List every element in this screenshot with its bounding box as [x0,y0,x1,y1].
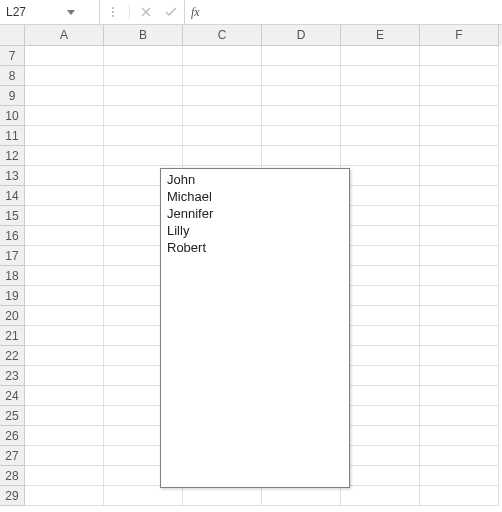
cell[interactable] [420,486,499,506]
row-header[interactable]: 26 [0,426,25,446]
list-item[interactable]: Robert [165,239,345,256]
cell[interactable] [420,86,499,106]
cell[interactable] [104,66,183,86]
cell[interactable] [262,106,341,126]
cell[interactable] [262,126,341,146]
cell[interactable] [25,46,104,66]
cell[interactable] [183,146,262,166]
row-header[interactable]: 24 [0,386,25,406]
cell[interactable] [341,66,420,86]
cell[interactable] [104,146,183,166]
name-box-dropdown-icon[interactable] [50,7,94,17]
cell[interactable] [420,426,499,446]
row-header[interactable]: 23 [0,366,25,386]
cell[interactable] [341,406,420,426]
cell[interactable] [341,126,420,146]
select-all-corner[interactable] [0,25,25,46]
cell[interactable] [25,126,104,146]
formula-input[interactable] [213,0,502,24]
cell[interactable] [25,266,104,286]
cell[interactable] [25,106,104,126]
cell[interactable] [25,306,104,326]
cell[interactable] [420,306,499,326]
cell[interactable] [25,206,104,226]
cell[interactable] [104,126,183,146]
row-header[interactable]: 9 [0,86,25,106]
cell[interactable] [420,126,499,146]
cell[interactable] [25,66,104,86]
cell[interactable] [341,246,420,266]
cell[interactable] [341,426,420,446]
row-header[interactable]: 14 [0,186,25,206]
row-header[interactable]: 8 [0,66,25,86]
cell[interactable] [420,386,499,406]
row-header[interactable]: 22 [0,346,25,366]
cell[interactable] [25,166,104,186]
row-header[interactable]: 17 [0,246,25,266]
cell[interactable] [104,486,183,506]
cell[interactable] [420,226,499,246]
cell[interactable] [25,406,104,426]
cell[interactable] [183,106,262,126]
cell[interactable] [420,186,499,206]
row-header[interactable]: 7 [0,46,25,66]
row-header[interactable]: 12 [0,146,25,166]
cell[interactable] [25,446,104,466]
list-item[interactable]: Lilly [165,222,345,239]
cell[interactable] [420,106,499,126]
cell[interactable] [341,306,420,326]
cell[interactable] [341,446,420,466]
cell[interactable] [341,466,420,486]
col-header[interactable]: E [341,25,420,46]
cell[interactable] [420,286,499,306]
cell[interactable] [262,146,341,166]
cell[interactable] [25,366,104,386]
cell[interactable] [104,86,183,106]
more-icon[interactable] [104,3,122,21]
cell[interactable] [25,386,104,406]
col-header[interactable]: B [104,25,183,46]
cell[interactable] [341,146,420,166]
cell[interactable] [25,346,104,366]
row-header[interactable]: 11 [0,126,25,146]
row-header[interactable]: 15 [0,206,25,226]
cell[interactable] [183,46,262,66]
row-header[interactable]: 28 [0,466,25,486]
col-header[interactable]: D [262,25,341,46]
cell[interactable] [25,146,104,166]
cell[interactable] [341,106,420,126]
col-header[interactable]: A [25,25,104,46]
cell[interactable] [183,486,262,506]
cell[interactable] [341,206,420,226]
list-item[interactable]: Michael [165,188,345,205]
cell[interactable] [420,446,499,466]
cell[interactable] [420,166,499,186]
cell[interactable] [183,86,262,106]
fx-label[interactable]: fx [185,0,213,24]
cell[interactable] [341,46,420,66]
row-header[interactable]: 20 [0,306,25,326]
cell[interactable] [420,46,499,66]
cell[interactable] [262,486,341,506]
cell[interactable] [262,66,341,86]
cell[interactable] [341,186,420,206]
cell[interactable] [25,466,104,486]
cell[interactable] [420,66,499,86]
col-header[interactable]: C [183,25,262,46]
enter-icon[interactable] [162,3,180,21]
cell[interactable] [420,406,499,426]
col-header[interactable]: F [420,25,499,46]
cell[interactable] [25,286,104,306]
cell[interactable] [341,486,420,506]
row-header[interactable]: 13 [0,166,25,186]
cell[interactable] [420,466,499,486]
cell[interactable] [341,326,420,346]
cell[interactable] [420,266,499,286]
list-item[interactable]: John [165,171,345,188]
cell[interactable] [262,46,341,66]
row-header[interactable]: 10 [0,106,25,126]
cell[interactable] [420,346,499,366]
row-header[interactable]: 27 [0,446,25,466]
cell[interactable] [262,86,341,106]
cell[interactable] [25,226,104,246]
